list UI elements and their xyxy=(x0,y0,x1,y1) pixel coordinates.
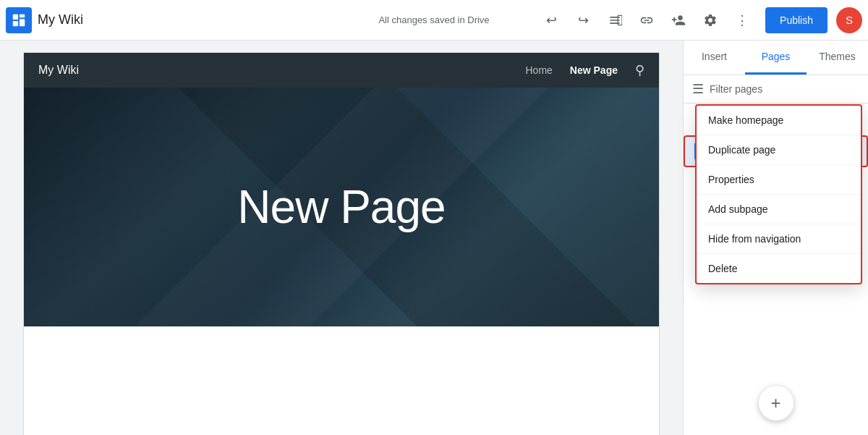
svg-rect-3 xyxy=(20,19,25,26)
filter-icon: ☰ xyxy=(692,81,704,97)
context-hide-from-navigation[interactable]: Hide from navigation xyxy=(697,224,861,254)
context-delete[interactable]: Delete xyxy=(697,254,861,283)
settings-icon xyxy=(703,13,718,28)
sidebar: Insert Pages Themes ☰ Filter pages Home … xyxy=(683,41,868,435)
add-person-icon xyxy=(671,13,686,28)
svg-rect-0 xyxy=(13,14,18,19)
insert-link-button[interactable] xyxy=(632,6,661,35)
context-duplicate-page[interactable]: Duplicate page xyxy=(697,135,861,165)
context-menu: Make homepage Duplicate page Properties … xyxy=(695,104,862,284)
svg-rect-2 xyxy=(13,20,18,25)
publish-button[interactable]: Publish xyxy=(765,7,827,33)
more-options-button[interactable]: ⋮ xyxy=(728,6,757,35)
tab-themes[interactable]: Themes xyxy=(807,41,868,75)
preview-button[interactable] xyxy=(600,6,629,35)
sites-logo-icon xyxy=(11,12,27,28)
app-title: My Wiki xyxy=(38,12,83,28)
context-properties[interactable]: Properties xyxy=(697,165,861,195)
filter-pages-bar[interactable]: ☰ Filter pages xyxy=(684,75,868,104)
sidebar-tabs: Insert Pages Themes xyxy=(684,41,868,75)
app-logo[interactable] xyxy=(6,7,32,33)
site-navigation: My Wiki Home New Page ⚲ xyxy=(24,53,659,88)
undo-button[interactable]: ↩ xyxy=(537,6,566,35)
link-icon xyxy=(639,13,654,28)
nav-search-icon[interactable]: ⚲ xyxy=(635,62,644,78)
header-actions: ↩ ↪ ⋮ Publish S xyxy=(537,6,862,35)
nav-home-link[interactable]: Home xyxy=(526,64,553,76)
tab-pages[interactable]: Pages xyxy=(745,41,807,75)
content-area[interactable] xyxy=(24,326,659,435)
canvas-area[interactable]: My Wiki Home New Page ⚲ New Page xyxy=(0,41,683,435)
context-add-subpage[interactable]: Add subpage xyxy=(697,195,861,224)
app-header: My Wiki All changes saved in Drive ↩ ↪ ⋮… xyxy=(0,0,868,41)
add-collaborator-button[interactable] xyxy=(664,6,693,35)
site-title: My Wiki xyxy=(38,64,79,77)
site-preview: My Wiki Home New Page ⚲ New Page xyxy=(23,52,660,435)
preview-icon xyxy=(608,13,622,28)
filter-pages-label: Filter pages xyxy=(710,83,762,95)
add-page-fab[interactable]: + xyxy=(759,386,793,421)
main-layout: My Wiki Home New Page ⚲ New Page Insert … xyxy=(0,41,868,435)
settings-button[interactable] xyxy=(696,6,725,35)
tab-insert[interactable]: Insert xyxy=(684,41,745,75)
user-avatar[interactable]: S xyxy=(836,7,862,33)
hero-title: New Page xyxy=(237,180,445,234)
redo-button[interactable]: ↪ xyxy=(569,6,597,35)
nav-current-link[interactable]: New Page xyxy=(570,64,618,76)
hero-section: New Page xyxy=(24,88,659,326)
context-make-homepage[interactable]: Make homepage xyxy=(697,106,861,135)
save-status: All changes saved in Drive xyxy=(378,14,489,25)
svg-rect-1 xyxy=(20,14,25,17)
